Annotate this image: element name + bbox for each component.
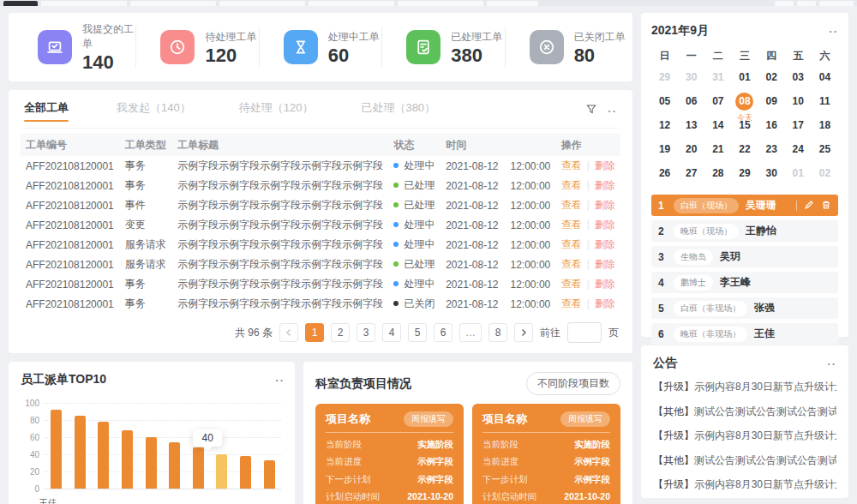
prev-page-button[interactable] [279, 323, 298, 342]
calendar-day[interactable]: 02 [758, 67, 785, 88]
delete-link[interactable]: 删除 [595, 219, 615, 231]
page-button[interactable]: 5 [408, 323, 427, 342]
panel-menu-icon[interactable]: ·· [829, 25, 838, 38]
calendar-day[interactable]: 10 [785, 91, 812, 112]
top-tab[interactable] [819, 1, 854, 6]
workorder-tab[interactable]: 已处理（380） [361, 100, 435, 121]
schedule-item[interactable]: 6 晚班（非现场） 王佳 [651, 323, 838, 345]
calendar-day[interactable]: 23 [758, 139, 785, 160]
schedule-item[interactable]: 2 晚班（现场） 王静怡 [651, 220, 838, 242]
announcement-item[interactable]: 【升级】示例内容8月30日新节点升级计划通知 [653, 429, 836, 443]
announcement-item[interactable]: 【其他】测试公告测试公告测试公告测试公告测试公告 [653, 453, 836, 468]
page-button[interactable]: 6 [434, 323, 452, 342]
view-link[interactable]: 查看 [561, 258, 582, 270]
stage-count-button[interactable]: 不同阶段项目数 [526, 372, 620, 395]
bar[interactable] [240, 456, 251, 489]
calendar-day[interactable]: 13 [678, 115, 704, 136]
bar[interactable] [264, 460, 275, 489]
announcement-item[interactable]: 【其他】测试公告测试公告测试公告测试公告测试公告 [653, 405, 836, 419]
page-button[interactable]: 8 [488, 323, 507, 342]
filter-icon[interactable] [585, 103, 597, 118]
calendar-day[interactable]: 20 [678, 139, 704, 160]
bar[interactable] [51, 410, 62, 489]
calendar-day[interactable]: 29 [731, 163, 758, 184]
stat-card[interactable]: 待处理工单 120 [136, 27, 259, 68]
trash-icon[interactable] [821, 198, 831, 213]
announcement-item[interactable]: 【升级】示例内容8月30日新节点升级计划通知 [653, 477, 836, 492]
schedule-item[interactable]: 3 生物岛 吴玥 [651, 246, 838, 267]
column-header[interactable]: 工单编号 [21, 134, 120, 156]
top-tab[interactable] [130, 1, 216, 6]
delete-link[interactable]: 删除 [595, 238, 615, 250]
panel-menu-icon[interactable]: ·· [608, 105, 617, 117]
calendar-day[interactable]: 22 [731, 139, 758, 160]
top-tab[interactable] [219, 1, 305, 6]
calendar-day[interactable]: 05 [651, 91, 678, 112]
bar[interactable] [169, 442, 180, 489]
calendar-day[interactable]: 17 [785, 115, 812, 136]
delete-link[interactable]: 删除 [595, 199, 615, 211]
calendar-day[interactable]: 27 [678, 163, 704, 184]
calendar-day[interactable]: 06 [678, 91, 704, 112]
bar[interactable] [216, 454, 227, 489]
schedule-item[interactable]: 4 鹏博士 李王峰 [651, 272, 838, 293]
calendar-day[interactable]: 01 [785, 163, 812, 184]
project-card[interactable]: 项目名称 周报填写 当前阶段 实施阶段 当前进度 示例字段 下一步计划 示例字段… [472, 404, 620, 504]
calendar-day[interactable]: 21 [704, 139, 731, 160]
calendar-day[interactable]: 19 [651, 139, 678, 160]
schedule-item[interactable]: 5 白班（非现场） 张强 [651, 297, 838, 319]
top-tab[interactable] [775, 1, 794, 6]
top-tab[interactable] [309, 1, 394, 6]
top-tab[interactable] [797, 1, 816, 6]
bar[interactable] [98, 422, 109, 489]
bar[interactable] [193, 447, 204, 489]
calendar-day[interactable]: 09 [758, 91, 785, 112]
workorder-tab[interactable]: 我发起（140） [117, 100, 191, 121]
delete-link[interactable]: 删除 [595, 258, 615, 270]
column-header[interactable]: 工单标题 [172, 134, 388, 156]
calendar-day[interactable]: 02 [812, 163, 838, 184]
next-page-button[interactable] [514, 323, 533, 342]
calendar-day[interactable]: 03 [785, 67, 812, 88]
view-link[interactable]: 查看 [561, 219, 582, 231]
column-header[interactable]: 时间 [440, 134, 556, 156]
stat-card[interactable]: 我提交的工单 140 [14, 27, 136, 68]
view-link[interactable]: 查看 [561, 179, 582, 191]
delete-link[interactable]: 删除 [595, 278, 615, 290]
goto-page-input[interactable] [567, 322, 602, 343]
edit-icon[interactable] [804, 198, 814, 213]
stat-card[interactable]: 已处理工单 380 [382, 27, 505, 68]
workorder-tab[interactable]: 全部工单 [24, 100, 69, 121]
calendar-day[interactable]: 18 [812, 115, 838, 136]
weekly-report-badge[interactable]: 周报填写 [560, 411, 610, 427]
calendar-day[interactable]: 08今天 [731, 91, 758, 112]
column-header[interactable]: 状态 [388, 134, 440, 156]
column-header[interactable]: 工单类型 [120, 134, 172, 156]
workorder-tab[interactable]: 待处理（120） [239, 100, 314, 121]
delete-link[interactable]: 删除 [595, 297, 615, 309]
calendar-day[interactable]: 14 [704, 115, 731, 136]
calendar-day[interactable]: 11 [812, 91, 838, 112]
column-header[interactable]: 操作 [556, 134, 620, 156]
bar[interactable] [146, 437, 157, 489]
page-button[interactable]: 3 [357, 323, 375, 342]
calendar-day[interactable]: 26 [651, 163, 678, 184]
calendar-day[interactable]: 30 [678, 67, 704, 88]
top-tab[interactable] [41, 1, 127, 6]
delete-link[interactable]: 删除 [595, 159, 615, 171]
page-button[interactable]: 1 [305, 323, 324, 342]
calendar-day[interactable]: 15 [731, 115, 758, 136]
calendar-day[interactable]: 30 [758, 163, 785, 184]
bar[interactable] [75, 416, 86, 489]
top-tab[interactable] [487, 1, 538, 6]
calendar-day[interactable]: 29 [651, 67, 678, 88]
view-link[interactable]: 查看 [561, 238, 582, 250]
delete-link[interactable]: 删除 [595, 179, 615, 191]
panel-menu-icon[interactable]: ·· [827, 357, 836, 370]
page-button[interactable]: 4 [382, 323, 401, 342]
calendar-day[interactable]: 16 [758, 115, 785, 136]
view-link[interactable]: 查看 [561, 297, 582, 309]
stat-card[interactable]: 处理中工单 60 [260, 27, 382, 68]
calendar-day[interactable]: 31 [704, 67, 731, 88]
page-ellipsis[interactable]: … [459, 323, 482, 342]
